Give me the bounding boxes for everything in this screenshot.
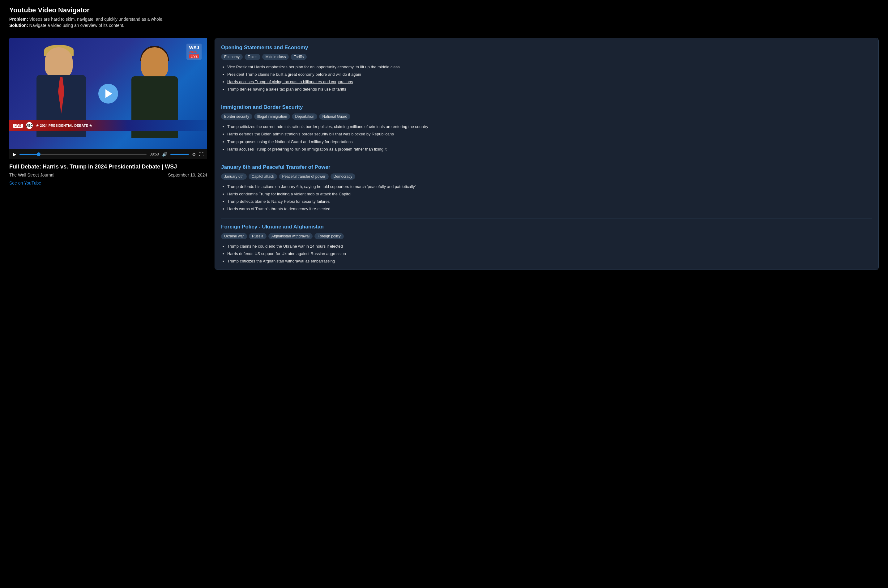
tag-taxes[interactable]: Taxes xyxy=(244,54,260,60)
video-thumbnail[interactable]: WSJ 2024 LIVE LIVE ABC ★ 2024 PRESIDENTI… xyxy=(9,38,207,149)
bullet-immigration-4: Harris accuses Trump of preferring to ru… xyxy=(227,146,872,153)
tag-deportation[interactable]: Deportation xyxy=(292,114,317,120)
tag-national-guard[interactable]: National Guard xyxy=(319,114,350,120)
tags-row-immigration: Border security Illegal immigration Depo… xyxy=(221,114,872,120)
video-channel: The Wall Street Journal xyxy=(9,172,54,177)
video-controls: ▶ 08:50 🔊 ⚙ ⛶ xyxy=(9,149,207,159)
progress-fill xyxy=(20,154,39,155)
tag-capitol-attack[interactable]: Capitol attack xyxy=(249,173,278,180)
app-header: Youtube Video Navigator Problem: Videos … xyxy=(9,6,879,28)
divider-1 xyxy=(221,99,872,99)
section-opening: Opening Statements and Economy Economy T… xyxy=(221,45,872,93)
progress-dot xyxy=(37,152,40,156)
bullet-immigration-1: Trump criticizes the current administrat… xyxy=(227,123,872,130)
solution-label: Solution: xyxy=(9,23,28,28)
tag-illegal-immigration[interactable]: Illegal immigration xyxy=(254,114,290,120)
wsj-text: WSJ xyxy=(189,45,199,50)
debate-banner-text: ★ 2024 PRESIDENTIAL DEBATE ★ xyxy=(36,124,92,128)
time-label: 08:50 xyxy=(150,152,159,156)
video-container: WSJ 2024 LIVE LIVE ABC ★ 2024 PRESIDENTI… xyxy=(9,38,207,159)
section-title-foreign[interactable]: Foreign Policy - Ukraine and Afghanistan xyxy=(221,224,872,230)
bullet-jan6-2: Harris condemns Trump for inciting a vio… xyxy=(227,191,872,198)
play-button[interactable] xyxy=(98,84,118,104)
bullets-jan6: Trump defends his actions on January 6th… xyxy=(221,183,872,212)
bullet-opening-4: Trump denies having a sales tax plan and… xyxy=(227,86,872,93)
header-divider xyxy=(9,33,879,33)
bullet-foreign-1: Trump claims he could end the Ukraine wa… xyxy=(227,243,872,250)
play-icon xyxy=(105,89,112,98)
app-solution: Solution: Navigate a video using an over… xyxy=(9,23,879,28)
play-pause-button[interactable]: ▶ xyxy=(13,152,16,157)
video-meta: The Wall Street Journal September 10, 20… xyxy=(9,172,207,177)
tag-economy[interactable]: Economy xyxy=(221,54,243,60)
section-jan6: January 6th and Peaceful Transfer of Pow… xyxy=(221,164,872,212)
bullet-immigration-3: Trump proposes using the National Guard … xyxy=(227,138,872,145)
progress-bar[interactable] xyxy=(20,154,147,155)
section-title-opening[interactable]: Opening Statements and Economy xyxy=(221,45,872,51)
app-problem: Problem: Videos are hard to skim, naviga… xyxy=(9,17,879,22)
tag-foreign-policy[interactable]: Foreign policy xyxy=(315,233,344,239)
section-foreign: Foreign Policy - Ukraine and Afghanistan… xyxy=(221,224,872,265)
section-immigration: Immigration and Border Security Border s… xyxy=(221,104,872,152)
see-on-youtube-link[interactable]: See on YouTube xyxy=(9,180,41,186)
tags-row-opening: Economy Taxes Middle class Tariffs xyxy=(221,54,872,60)
app-title: Youtube Video Navigator xyxy=(9,6,879,14)
bullet-jan6-3: Trump deflects blame to Nancy Pelosi for… xyxy=(227,198,872,205)
video-title: Full Debate: Harris vs. Trump in 2024 Pr… xyxy=(9,164,207,170)
bullet-foreign-2: Harris defends US support for Ukraine ag… xyxy=(227,250,872,257)
solution-text: Navigate a video using an overview of it… xyxy=(29,23,124,28)
tag-afghanistan[interactable]: Afghanistan withdrawal xyxy=(268,233,313,239)
bullet-opening-3-link[interactable]: Harris accuses Trump of giving tax cuts … xyxy=(227,80,353,84)
tag-democracy[interactable]: Democracy xyxy=(330,173,356,180)
tag-border-security[interactable]: Border security xyxy=(221,114,252,120)
divider-2 xyxy=(221,159,872,159)
wsj-badge: WSJ 2024 LIVE xyxy=(186,44,202,60)
live-badge: LIVE xyxy=(13,124,23,128)
video-info: Full Debate: Harris vs. Trump in 2024 Pr… xyxy=(9,164,207,186)
bullets-immigration: Trump criticizes the current administrat… xyxy=(221,123,872,152)
settings-icon[interactable]: ⚙ xyxy=(192,152,196,157)
tag-russia[interactable]: Russia xyxy=(249,233,267,239)
section-title-jan6[interactable]: January 6th and Peaceful Transfer of Pow… xyxy=(221,164,872,170)
tag-tariffs[interactable]: Tariffs xyxy=(291,54,307,60)
problem-text: Videos are hard to skim, navigate, and q… xyxy=(29,17,164,22)
abc-logo: ABC xyxy=(26,122,33,129)
video-date: September 10, 2024 xyxy=(168,172,207,177)
debate-banner: LIVE ABC ★ 2024 PRESIDENTIAL DEBATE ★ xyxy=(9,120,207,131)
bullet-immigration-2: Harris defends the Biden administration'… xyxy=(227,131,872,138)
tag-middle-class[interactable]: Middle class xyxy=(262,54,289,60)
video-panel: WSJ 2024 LIVE LIVE ABC ★ 2024 PRESIDENTI… xyxy=(9,38,207,186)
tag-peaceful-transfer[interactable]: Peaceful transfer of power xyxy=(279,173,328,180)
divider-3 xyxy=(221,219,872,219)
tag-jan6[interactable]: January 6th xyxy=(221,173,247,180)
wsj-live: LIVE xyxy=(189,54,199,58)
tags-row-jan6: January 6th Capitol attack Peaceful tran… xyxy=(221,173,872,180)
bullet-foreign-3: Trump criticizes the Afghanistan withdra… xyxy=(227,258,872,265)
bullets-opening: Vice President Harris emphasizes her pla… xyxy=(221,64,872,93)
bullets-foreign: Trump claims he could end the Ukraine wa… xyxy=(221,243,872,265)
nav-panel[interactable]: Opening Statements and Economy Economy T… xyxy=(214,38,879,270)
volume-bar[interactable] xyxy=(170,154,189,155)
harris-head xyxy=(141,47,168,80)
tag-ukraine-war[interactable]: Ukraine war xyxy=(221,233,247,239)
bullet-opening-1: Vice President Harris emphasizes her pla… xyxy=(227,64,872,70)
tags-row-foreign: Ukraine war Russia Afghanistan withdrawa… xyxy=(221,233,872,239)
fullscreen-icon[interactable]: ⛶ xyxy=(199,152,204,157)
wsj-year: 2024 xyxy=(189,50,199,54)
trump-head xyxy=(45,47,73,78)
bullet-jan6-1: Trump defends his actions on January 6th… xyxy=(227,183,872,190)
section-title-immigration[interactable]: Immigration and Border Security xyxy=(221,104,872,110)
problem-label: Problem: xyxy=(9,17,28,22)
bullet-jan6-4: Harris warns of Trump's threats to democ… xyxy=(227,206,872,212)
bullet-opening-2: President Trump claims he built a great … xyxy=(227,71,872,78)
volume-icon[interactable]: 🔊 xyxy=(162,152,167,157)
bullet-opening-3[interactable]: Harris accuses Trump of giving tax cuts … xyxy=(227,78,872,86)
main-layout: WSJ 2024 LIVE LIVE ABC ★ 2024 PRESIDENTI… xyxy=(9,38,879,270)
